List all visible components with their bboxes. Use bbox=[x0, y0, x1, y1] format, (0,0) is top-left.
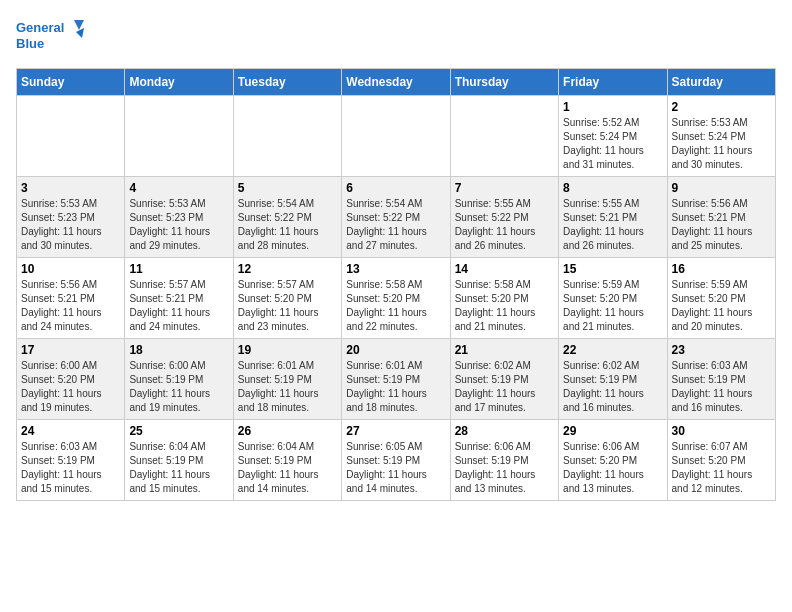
day-info: Sunrise: 5:59 AM Sunset: 5:20 PM Dayligh… bbox=[672, 278, 771, 334]
day-number: 14 bbox=[455, 262, 554, 276]
calendar-cell: 3Sunrise: 5:53 AM Sunset: 5:23 PM Daylig… bbox=[17, 177, 125, 258]
day-info: Sunrise: 5:52 AM Sunset: 5:24 PM Dayligh… bbox=[563, 116, 662, 172]
day-number: 11 bbox=[129, 262, 228, 276]
day-number: 22 bbox=[563, 343, 662, 357]
calendar-cell: 13Sunrise: 5:58 AM Sunset: 5:20 PM Dayli… bbox=[342, 258, 450, 339]
week-row-4: 17Sunrise: 6:00 AM Sunset: 5:20 PM Dayli… bbox=[17, 339, 776, 420]
day-number: 25 bbox=[129, 424, 228, 438]
calendar-table: SundayMondayTuesdayWednesdayThursdayFrid… bbox=[16, 68, 776, 501]
page-header: General Blue bbox=[16, 16, 776, 56]
week-row-1: 1Sunrise: 5:52 AM Sunset: 5:24 PM Daylig… bbox=[17, 96, 776, 177]
day-number: 15 bbox=[563, 262, 662, 276]
day-number: 12 bbox=[238, 262, 337, 276]
day-info: Sunrise: 6:01 AM Sunset: 5:19 PM Dayligh… bbox=[346, 359, 445, 415]
day-info: Sunrise: 6:04 AM Sunset: 5:19 PM Dayligh… bbox=[238, 440, 337, 496]
day-number: 18 bbox=[129, 343, 228, 357]
header-row: SundayMondayTuesdayWednesdayThursdayFrid… bbox=[17, 69, 776, 96]
day-number: 6 bbox=[346, 181, 445, 195]
day-info: Sunrise: 5:54 AM Sunset: 5:22 PM Dayligh… bbox=[238, 197, 337, 253]
day-number: 13 bbox=[346, 262, 445, 276]
calendar-cell: 17Sunrise: 6:00 AM Sunset: 5:20 PM Dayli… bbox=[17, 339, 125, 420]
day-number: 4 bbox=[129, 181, 228, 195]
day-number: 2 bbox=[672, 100, 771, 114]
svg-marker-3 bbox=[76, 28, 84, 38]
day-number: 10 bbox=[21, 262, 120, 276]
calendar-cell: 18Sunrise: 6:00 AM Sunset: 5:19 PM Dayli… bbox=[125, 339, 233, 420]
day-info: Sunrise: 5:56 AM Sunset: 5:21 PM Dayligh… bbox=[21, 278, 120, 334]
col-header-friday: Friday bbox=[559, 69, 667, 96]
day-info: Sunrise: 6:00 AM Sunset: 5:20 PM Dayligh… bbox=[21, 359, 120, 415]
calendar-cell: 27Sunrise: 6:05 AM Sunset: 5:19 PM Dayli… bbox=[342, 420, 450, 501]
day-info: Sunrise: 5:57 AM Sunset: 5:20 PM Dayligh… bbox=[238, 278, 337, 334]
day-info: Sunrise: 6:02 AM Sunset: 5:19 PM Dayligh… bbox=[455, 359, 554, 415]
calendar-cell bbox=[233, 96, 341, 177]
calendar-cell: 25Sunrise: 6:04 AM Sunset: 5:19 PM Dayli… bbox=[125, 420, 233, 501]
calendar-cell: 16Sunrise: 5:59 AM Sunset: 5:20 PM Dayli… bbox=[667, 258, 775, 339]
day-number: 28 bbox=[455, 424, 554, 438]
day-number: 16 bbox=[672, 262, 771, 276]
calendar-cell: 30Sunrise: 6:07 AM Sunset: 5:20 PM Dayli… bbox=[667, 420, 775, 501]
calendar-cell: 15Sunrise: 5:59 AM Sunset: 5:20 PM Dayli… bbox=[559, 258, 667, 339]
calendar-cell: 11Sunrise: 5:57 AM Sunset: 5:21 PM Dayli… bbox=[125, 258, 233, 339]
day-number: 7 bbox=[455, 181, 554, 195]
calendar-cell: 24Sunrise: 6:03 AM Sunset: 5:19 PM Dayli… bbox=[17, 420, 125, 501]
logo-svg: General Blue bbox=[16, 16, 86, 56]
day-info: Sunrise: 6:06 AM Sunset: 5:20 PM Dayligh… bbox=[563, 440, 662, 496]
day-number: 27 bbox=[346, 424, 445, 438]
day-info: Sunrise: 5:53 AM Sunset: 5:23 PM Dayligh… bbox=[21, 197, 120, 253]
day-info: Sunrise: 5:59 AM Sunset: 5:20 PM Dayligh… bbox=[563, 278, 662, 334]
calendar-cell: 8Sunrise: 5:55 AM Sunset: 5:21 PM Daylig… bbox=[559, 177, 667, 258]
calendar-cell: 6Sunrise: 5:54 AM Sunset: 5:22 PM Daylig… bbox=[342, 177, 450, 258]
day-number: 23 bbox=[672, 343, 771, 357]
day-info: Sunrise: 5:55 AM Sunset: 5:22 PM Dayligh… bbox=[455, 197, 554, 253]
week-row-2: 3Sunrise: 5:53 AM Sunset: 5:23 PM Daylig… bbox=[17, 177, 776, 258]
day-info: Sunrise: 6:05 AM Sunset: 5:19 PM Dayligh… bbox=[346, 440, 445, 496]
calendar-cell: 19Sunrise: 6:01 AM Sunset: 5:19 PM Dayli… bbox=[233, 339, 341, 420]
calendar-cell: 23Sunrise: 6:03 AM Sunset: 5:19 PM Dayli… bbox=[667, 339, 775, 420]
day-number: 8 bbox=[563, 181, 662, 195]
day-info: Sunrise: 5:57 AM Sunset: 5:21 PM Dayligh… bbox=[129, 278, 228, 334]
day-info: Sunrise: 6:04 AM Sunset: 5:19 PM Dayligh… bbox=[129, 440, 228, 496]
col-header-tuesday: Tuesday bbox=[233, 69, 341, 96]
day-info: Sunrise: 5:58 AM Sunset: 5:20 PM Dayligh… bbox=[346, 278, 445, 334]
day-number: 9 bbox=[672, 181, 771, 195]
day-number: 17 bbox=[21, 343, 120, 357]
day-number: 29 bbox=[563, 424, 662, 438]
calendar-cell bbox=[125, 96, 233, 177]
day-number: 30 bbox=[672, 424, 771, 438]
logo: General Blue bbox=[16, 16, 86, 56]
day-number: 5 bbox=[238, 181, 337, 195]
calendar-cell: 12Sunrise: 5:57 AM Sunset: 5:20 PM Dayli… bbox=[233, 258, 341, 339]
day-info: Sunrise: 5:58 AM Sunset: 5:20 PM Dayligh… bbox=[455, 278, 554, 334]
calendar-cell: 10Sunrise: 5:56 AM Sunset: 5:21 PM Dayli… bbox=[17, 258, 125, 339]
calendar-cell bbox=[450, 96, 558, 177]
calendar-cell: 7Sunrise: 5:55 AM Sunset: 5:22 PM Daylig… bbox=[450, 177, 558, 258]
day-info: Sunrise: 6:01 AM Sunset: 5:19 PM Dayligh… bbox=[238, 359, 337, 415]
calendar-cell: 9Sunrise: 5:56 AM Sunset: 5:21 PM Daylig… bbox=[667, 177, 775, 258]
svg-text:Blue: Blue bbox=[16, 36, 44, 51]
day-info: Sunrise: 6:02 AM Sunset: 5:19 PM Dayligh… bbox=[563, 359, 662, 415]
col-header-wednesday: Wednesday bbox=[342, 69, 450, 96]
day-info: Sunrise: 6:03 AM Sunset: 5:19 PM Dayligh… bbox=[21, 440, 120, 496]
calendar-cell: 1Sunrise: 5:52 AM Sunset: 5:24 PM Daylig… bbox=[559, 96, 667, 177]
calendar-cell: 20Sunrise: 6:01 AM Sunset: 5:19 PM Dayli… bbox=[342, 339, 450, 420]
calendar-cell: 14Sunrise: 5:58 AM Sunset: 5:20 PM Dayli… bbox=[450, 258, 558, 339]
svg-text:General: General bbox=[16, 20, 64, 35]
day-info: Sunrise: 6:00 AM Sunset: 5:19 PM Dayligh… bbox=[129, 359, 228, 415]
day-number: 3 bbox=[21, 181, 120, 195]
calendar-cell: 22Sunrise: 6:02 AM Sunset: 5:19 PM Dayli… bbox=[559, 339, 667, 420]
day-info: Sunrise: 6:03 AM Sunset: 5:19 PM Dayligh… bbox=[672, 359, 771, 415]
calendar-cell: 29Sunrise: 6:06 AM Sunset: 5:20 PM Dayli… bbox=[559, 420, 667, 501]
day-number: 26 bbox=[238, 424, 337, 438]
day-number: 1 bbox=[563, 100, 662, 114]
day-info: Sunrise: 6:07 AM Sunset: 5:20 PM Dayligh… bbox=[672, 440, 771, 496]
calendar-cell bbox=[342, 96, 450, 177]
day-info: Sunrise: 5:54 AM Sunset: 5:22 PM Dayligh… bbox=[346, 197, 445, 253]
day-number: 24 bbox=[21, 424, 120, 438]
day-number: 20 bbox=[346, 343, 445, 357]
svg-marker-2 bbox=[74, 20, 84, 30]
calendar-cell: 26Sunrise: 6:04 AM Sunset: 5:19 PM Dayli… bbox=[233, 420, 341, 501]
calendar-cell: 4Sunrise: 5:53 AM Sunset: 5:23 PM Daylig… bbox=[125, 177, 233, 258]
day-info: Sunrise: 5:53 AM Sunset: 5:23 PM Dayligh… bbox=[129, 197, 228, 253]
week-row-5: 24Sunrise: 6:03 AM Sunset: 5:19 PM Dayli… bbox=[17, 420, 776, 501]
